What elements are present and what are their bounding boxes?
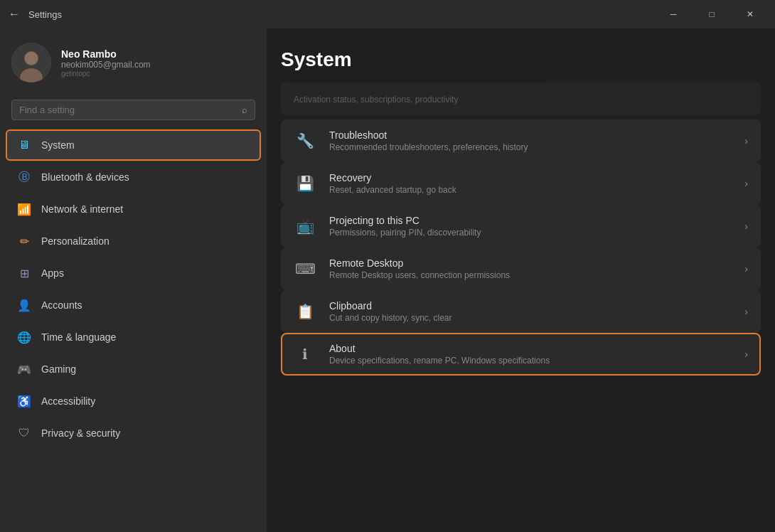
settings-list: Activation status, subscriptions, produc…: [281, 83, 761, 376]
settings-item-recovery[interactable]: 💾RecoveryReset, advanced startup, go bac…: [281, 162, 761, 205]
projecting-icon: 📺: [294, 215, 316, 238]
sidebar-item-label-accounts: Accounts: [41, 299, 82, 311]
titlebar-title: Settings: [28, 9, 62, 20]
sidebar-item-accessibility[interactable]: ♿Accessibility: [6, 385, 261, 417]
sidebar-item-label-privacy: Privacy & security: [41, 427, 120, 439]
svg-point-3: [25, 52, 38, 65]
troubleshoot-text: TroubleshootRecommended troubleshooters,…: [329, 129, 732, 152]
clipboard-icon: 📋: [294, 300, 316, 323]
settings-item-projecting[interactable]: 📺Projecting to this PCPermissions, pairi…: [281, 205, 761, 248]
clipboard-chevron: ›: [744, 306, 748, 317]
settings-item-remote-desktop[interactable]: ⌨Remote DesktopRemote Desktop users, con…: [281, 248, 761, 290]
titlebar: ← Settings ─ □ ✕: [0, 0, 775, 28]
remote-desktop-subtitle: Remote Desktop users, connection permiss…: [329, 270, 732, 280]
settings-item-clipboard[interactable]: 📋ClipboardCut and copy history, sync, cl…: [281, 290, 761, 333]
user-email: neokim005@gmail.com: [61, 60, 151, 70]
user-profile[interactable]: Neo Rambo neokim005@gmail.com getintopc: [0, 28, 267, 94]
recovery-text: RecoveryReset, advanced startup, go back: [329, 172, 732, 195]
projecting-subtitle: Permissions, pairing PIN, discoverabilit…: [329, 228, 732, 238]
sidebar-item-accounts[interactable]: 👤Accounts: [6, 289, 261, 321]
about-chevron: ›: [744, 349, 748, 360]
maximize-button[interactable]: □: [695, 0, 728, 28]
sidebar-item-label-time: Time & language: [41, 331, 116, 343]
sidebar-item-apps[interactable]: ⊞Apps: [6, 257, 261, 289]
user-info: Neo Rambo neokim005@gmail.com getintopc: [61, 48, 151, 78]
troubleshoot-title: Troubleshoot: [329, 129, 732, 141]
clipboard-text: ClipboardCut and copy history, sync, cle…: [329, 300, 732, 323]
about-icon: ℹ: [294, 343, 316, 366]
user-name: Neo Rambo: [61, 48, 151, 60]
remote-desktop-title: Remote Desktop: [329, 257, 732, 269]
settings-item-about[interactable]: ℹAboutDevice specifications, rename PC, …: [281, 333, 761, 376]
system-icon: 🖥: [17, 138, 31, 152]
about-text: AboutDevice specifications, rename PC, W…: [329, 343, 732, 366]
projecting-title: Projecting to this PC: [329, 215, 732, 226]
top-fade-text: Activation status, subscriptions, produc…: [294, 95, 458, 105]
sidebar-item-time[interactable]: 🌐Time & language: [6, 321, 261, 353]
settings-item-troubleshoot[interactable]: 🔧TroubleshootRecommended troubleshooters…: [281, 119, 761, 162]
remote-desktop-icon: ⌨: [294, 257, 316, 280]
clipboard-title: Clipboard: [329, 300, 732, 312]
recovery-chevron: ›: [744, 178, 748, 189]
projecting-text: Projecting to this PCPermissions, pairin…: [329, 215, 732, 238]
remote-desktop-text: Remote DesktopRemote Desktop users, conn…: [329, 257, 732, 280]
avatar: [11, 43, 51, 83]
sidebar-item-network[interactable]: 📶Network & internet: [6, 193, 261, 225]
content-area: System Activation status, subscriptions,…: [267, 28, 775, 532]
sidebar-item-bluetooth[interactable]: ⒷBluetooth & devices: [6, 161, 261, 193]
recovery-subtitle: Reset, advanced startup, go back: [329, 185, 732, 195]
network-icon: 📶: [17, 202, 31, 216]
top-fade-item: Activation status, subscriptions, produc…: [281, 83, 761, 115]
recovery-icon: 💾: [294, 172, 316, 195]
remote-desktop-chevron: ›: [744, 263, 748, 275]
main-layout: Neo Rambo neokim005@gmail.com getintopc …: [0, 28, 775, 532]
titlebar-controls: ─ □ ✕: [657, 0, 766, 28]
sidebar-item-privacy[interactable]: 🛡Privacy & security: [6, 417, 261, 449]
sidebar-item-label-accessibility: Accessibility: [41, 395, 95, 407]
nav-list: 🖥SystemⒷBluetooth & devices📶Network & in…: [0, 129, 267, 449]
time-icon: 🌐: [17, 330, 31, 344]
page-title: System: [281, 28, 761, 83]
search-input[interactable]: [19, 105, 236, 115]
bluetooth-icon: Ⓑ: [17, 170, 31, 184]
troubleshoot-chevron: ›: [744, 135, 748, 147]
sidebar-item-label-network: Network & internet: [41, 203, 123, 215]
troubleshoot-subtitle: Recommended troubleshooters, preferences…: [329, 142, 732, 152]
close-button[interactable]: ✕: [734, 0, 766, 28]
back-button[interactable]: ←: [9, 8, 20, 21]
sidebar-item-label-personalization: Personalization: [41, 235, 109, 247]
sidebar-item-personalization[interactable]: ✏Personalization: [6, 225, 261, 257]
gaming-icon: 🎮: [17, 362, 31, 376]
personalization-icon: ✏: [17, 234, 31, 248]
clipboard-subtitle: Cut and copy history, sync, clear: [329, 313, 732, 323]
settings-items-container: 🔧TroubleshootRecommended troubleshooters…: [281, 119, 761, 376]
user-watermark: getintopc: [61, 70, 151, 78]
accessibility-icon: ♿: [17, 394, 31, 408]
privacy-icon: 🛡: [17, 426, 31, 440]
sidebar-item-gaming[interactable]: 🎮Gaming: [6, 353, 261, 385]
titlebar-left: ← Settings: [9, 8, 62, 21]
projecting-chevron: ›: [744, 220, 748, 232]
apps-icon: ⊞: [17, 266, 31, 280]
accounts-icon: 👤: [17, 298, 31, 312]
sidebar-item-label-gaming: Gaming: [41, 363, 76, 375]
troubleshoot-icon: 🔧: [294, 129, 316, 152]
about-title: About: [329, 343, 732, 354]
sidebar-item-system[interactable]: 🖥System: [6, 129, 261, 161]
sidebar-item-label-bluetooth: Bluetooth & devices: [41, 171, 129, 183]
search-box[interactable]: ⌕: [11, 100, 255, 120]
sidebar-item-label-apps: Apps: [41, 267, 64, 279]
minimize-button[interactable]: ─: [657, 0, 690, 28]
about-subtitle: Device specifications, rename PC, Window…: [329, 356, 732, 366]
sidebar: Neo Rambo neokim005@gmail.com getintopc …: [0, 28, 267, 532]
search-icon: ⌕: [242, 105, 247, 115]
recovery-title: Recovery: [329, 172, 732, 183]
sidebar-item-label-system: System: [41, 139, 75, 151]
